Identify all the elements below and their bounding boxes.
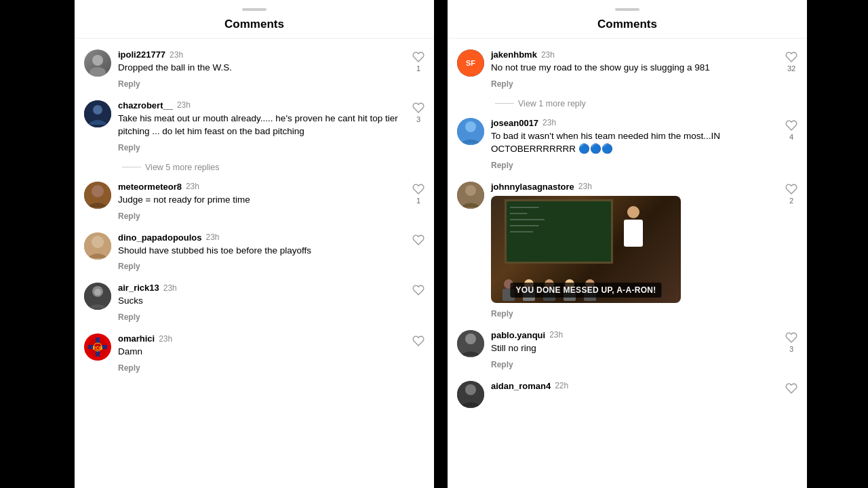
comment-body: josean0017 23h To bad it wasn't when his… bbox=[491, 118, 778, 171]
reply-button[interactable]: Reply bbox=[491, 79, 513, 89]
like-section[interactable] bbox=[412, 333, 425, 347]
comment-text: Should have stubbed his toe before the p… bbox=[118, 245, 406, 258]
heart-icon[interactable] bbox=[412, 102, 425, 114]
svg-point-0 bbox=[92, 55, 103, 66]
avatar bbox=[457, 118, 484, 145]
username: chazrobert__ bbox=[118, 100, 173, 110]
heart-icon[interactable] bbox=[785, 183, 797, 195]
like-section[interactable]: 3 bbox=[785, 330, 797, 353]
view-more-text[interactable]: View 5 more replies bbox=[145, 163, 220, 172]
svg-point-19 bbox=[465, 121, 476, 132]
left-panel-header: Comments bbox=[75, 0, 434, 39]
comment-meta: aidan_roman4 22h bbox=[491, 381, 778, 391]
heart-icon[interactable] bbox=[412, 335, 425, 347]
timestamp: 23h bbox=[542, 118, 556, 127]
timestamp: 23h bbox=[163, 283, 177, 293]
svg-text:FCB: FCB bbox=[93, 346, 102, 350]
like-section[interactable]: 1 bbox=[412, 49, 425, 73]
heart-icon[interactable] bbox=[412, 234, 425, 246]
comment-body: pablo.yanqui 23h Still no ring Reply bbox=[491, 330, 778, 370]
svg-point-5 bbox=[92, 185, 104, 197]
teacher-head bbox=[627, 206, 639, 218]
svg-point-25 bbox=[465, 384, 476, 395]
table-row: pablo.yanqui 23h Still no ring Reply 3 bbox=[448, 325, 807, 375]
comment-body: meteormeteor8 23h Judge = not ready for … bbox=[118, 182, 406, 222]
reply-button[interactable]: Reply bbox=[118, 363, 140, 373]
username: pablo.yanqui bbox=[491, 330, 545, 340]
comment-text: Judge = not ready for prime time bbox=[118, 194, 406, 207]
avatar bbox=[84, 182, 111, 209]
username: johnnylasagnastore bbox=[491, 182, 574, 192]
reply-button[interactable]: Reply bbox=[118, 211, 140, 221]
view-more-replies[interactable]: View 5 more replies bbox=[75, 159, 434, 176]
reply-button[interactable]: Reply bbox=[491, 309, 513, 319]
reply-button[interactable]: Reply bbox=[118, 312, 140, 322]
reply-button[interactable]: Reply bbox=[118, 79, 140, 89]
username: josean0017 bbox=[491, 118, 538, 128]
like-section[interactable]: 32 bbox=[785, 49, 797, 73]
like-section[interactable]: 3 bbox=[412, 100, 425, 123]
heart-icon[interactable] bbox=[412, 284, 425, 296]
avatar bbox=[84, 100, 111, 127]
gap bbox=[434, 0, 441, 488]
comment-text: Dropped the ball in the W.S. bbox=[118, 62, 406, 75]
like-count: 1 bbox=[416, 64, 420, 73]
table-row: FCB omarhici 23h Damn Reply bbox=[75, 328, 434, 379]
like-section[interactable]: 4 bbox=[785, 118, 797, 141]
reply-button[interactable]: Reply bbox=[491, 360, 513, 369]
gif-image: ════════════════════════════════════════… bbox=[491, 196, 681, 303]
like-section[interactable] bbox=[412, 232, 425, 246]
gif-scene: ════════════════════════════════════════… bbox=[491, 196, 681, 303]
table-row: aidan_roman4 22h bbox=[448, 375, 807, 413]
comment-meta: meteormeteor8 23h bbox=[118, 182, 406, 192]
timestamp: 23h bbox=[578, 182, 592, 191]
reply-button[interactable]: Reply bbox=[118, 143, 140, 152]
svg-text:SF: SF bbox=[466, 59, 475, 67]
like-section[interactable] bbox=[412, 283, 425, 296]
timestamp: 23h bbox=[159, 334, 172, 344]
view-more-line bbox=[495, 103, 514, 104]
like-count: 3 bbox=[416, 115, 420, 123]
timestamp: 23h bbox=[541, 50, 555, 60]
heart-icon[interactable] bbox=[785, 119, 797, 131]
username: meteormeteor8 bbox=[118, 182, 182, 192]
right-comments-list[interactable]: SF jakenhbmk 23h No not true my road to … bbox=[448, 39, 807, 486]
timestamp: 23h bbox=[206, 232, 220, 242]
comment-meta: johnnylasagnastore 23h bbox=[491, 182, 778, 192]
reply-button[interactable]: Reply bbox=[491, 161, 513, 170]
svg-point-1 bbox=[90, 67, 106, 77]
comment-body: aidan_roman4 22h bbox=[491, 381, 778, 393]
heart-icon[interactable] bbox=[412, 183, 425, 195]
svg-point-10 bbox=[94, 289, 101, 296]
reply-button[interactable]: Reply bbox=[118, 262, 140, 271]
like-section[interactable]: 1 bbox=[412, 182, 425, 205]
like-count: 32 bbox=[787, 64, 795, 73]
table-row: johnnylasagnastore 23h ═════════════════… bbox=[448, 176, 807, 325]
like-section[interactable]: 2 bbox=[785, 182, 797, 205]
heart-icon[interactable] bbox=[785, 51, 797, 63]
comment-body: ipoli221777 23h Dropped the ball in the … bbox=[118, 49, 406, 89]
svg-point-23 bbox=[465, 333, 476, 344]
username: air_rick13 bbox=[118, 283, 159, 293]
svg-point-21 bbox=[465, 185, 476, 196]
comment-meta: pablo.yanqui 23h bbox=[491, 330, 778, 340]
heart-icon[interactable] bbox=[785, 382, 797, 394]
teacher-body bbox=[624, 220, 643, 247]
right-panel-title: Comments bbox=[597, 18, 657, 30]
view-more-replies[interactable]: View 1 more reply bbox=[448, 95, 807, 113]
avatar bbox=[84, 49, 111, 77]
comment-meta: chazrobert__ 23h bbox=[118, 100, 406, 110]
left-comments-list[interactable]: ipoli221777 23h Dropped the ball in the … bbox=[75, 39, 434, 486]
like-section[interactable] bbox=[785, 381, 797, 394]
heart-icon[interactable] bbox=[785, 331, 797, 344]
comment-body: omarhici 23h Damn Reply bbox=[118, 333, 406, 373]
avatar bbox=[457, 381, 484, 408]
comment-text: Still no ring bbox=[491, 342, 778, 355]
comment-text: To bad it wasn't when his team needed hi… bbox=[491, 130, 778, 156]
comment-text: No not true my road to the show guy is s… bbox=[491, 62, 778, 75]
view-more-text[interactable]: View 1 more reply bbox=[518, 99, 586, 108]
comment-text: Damn bbox=[118, 346, 406, 359]
heart-icon[interactable] bbox=[412, 51, 425, 63]
right-panel-header: Comments bbox=[448, 0, 807, 39]
comment-meta: josean0017 23h bbox=[491, 118, 778, 128]
